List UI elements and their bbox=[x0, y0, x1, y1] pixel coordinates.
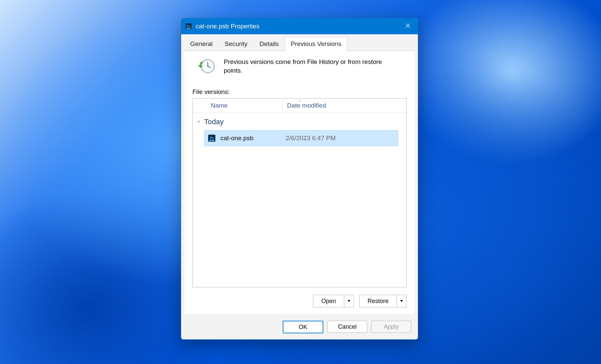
column-header-date[interactable]: Date modified bbox=[283, 99, 406, 113]
file-history-icon bbox=[198, 58, 216, 75]
version-row[interactable]: Ps PSB cat-one.psb 2/6/2023 6:47 PM bbox=[204, 130, 398, 146]
column-header-name[interactable]: Name bbox=[193, 102, 283, 109]
tab-details[interactable]: Details bbox=[254, 37, 284, 51]
cancel-button[interactable]: Cancel bbox=[327, 321, 367, 333]
caret-down-icon bbox=[400, 298, 403, 304]
info-row: Previous versions come from File History… bbox=[192, 58, 407, 75]
version-date: 2/6/2023 6:47 PM bbox=[286, 135, 336, 142]
restore-split-button: Restore bbox=[359, 295, 407, 307]
previous-versions-panel: Previous versions come from File History… bbox=[184, 51, 415, 314]
file-versions-list: ⌄ Name Date modified Today bbox=[192, 98, 407, 287]
column-headers: ⌄ Name Date modified bbox=[193, 99, 406, 113]
svg-marker-17 bbox=[400, 300, 403, 302]
group-today[interactable]: Today bbox=[195, 116, 404, 128]
titlebar[interactable]: Ps PSB cat-one.psb Properties bbox=[181, 18, 418, 34]
restore-button[interactable]: Restore bbox=[360, 295, 397, 307]
versions-body: Today Ps PSB cat-one.psb 2/6/202 bbox=[193, 113, 406, 287]
ok-button[interactable]: OK bbox=[283, 321, 323, 333]
psb-file-icon: Ps PSB bbox=[185, 23, 192, 30]
group-label: Today bbox=[204, 118, 224, 126]
svg-marker-16 bbox=[348, 300, 350, 302]
chevron-down-icon bbox=[197, 119, 201, 125]
svg-text:Ps: Ps bbox=[187, 25, 190, 28]
version-filename: cat-one.psb bbox=[220, 135, 286, 142]
desktop-background: Ps PSB cat-one.psb Properties General Se… bbox=[0, 0, 601, 364]
window-title: cat-one.psb Properties bbox=[196, 23, 259, 30]
tab-general[interactable]: General bbox=[184, 37, 218, 51]
close-button[interactable] bbox=[398, 18, 418, 34]
caret-down-icon bbox=[347, 298, 351, 304]
svg-marker-11 bbox=[200, 61, 202, 64]
close-icon bbox=[405, 23, 411, 30]
svg-text:PSB: PSB bbox=[210, 140, 213, 142]
svg-point-10 bbox=[207, 66, 208, 67]
apply-button: Apply bbox=[371, 321, 411, 333]
open-dropdown-button[interactable] bbox=[344, 295, 354, 307]
open-button[interactable]: Open bbox=[313, 295, 344, 307]
restore-dropdown-button[interactable] bbox=[397, 295, 406, 307]
version-actions: Open Restore bbox=[192, 295, 407, 307]
dialog-buttons: OK Cancel Apply bbox=[181, 317, 418, 339]
open-split-button: Open bbox=[313, 295, 354, 307]
sort-indicator-icon: ⌄ bbox=[298, 98, 301, 103]
properties-dialog: Ps PSB cat-one.psb Properties General Se… bbox=[181, 18, 418, 340]
svg-text:PSB: PSB bbox=[187, 28, 190, 29]
tab-previous-versions[interactable]: Previous Versions bbox=[285, 37, 347, 51]
column-header-date-label: Date modified bbox=[287, 102, 326, 109]
info-text: Previous versions come from File History… bbox=[224, 58, 390, 75]
tab-security[interactable]: Security bbox=[219, 37, 253, 51]
psb-file-icon: Ps PSB bbox=[208, 134, 216, 142]
tab-strip: General Security Details Previous Versio… bbox=[181, 34, 418, 51]
file-versions-label: File versions: bbox=[192, 88, 407, 96]
svg-text:Ps: Ps bbox=[210, 136, 214, 140]
